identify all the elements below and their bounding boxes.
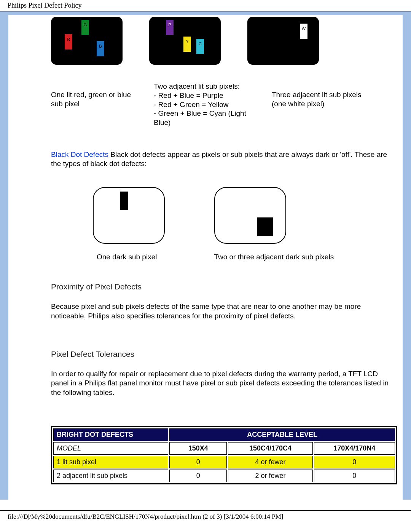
panel-pyc: P Y C	[149, 17, 221, 65]
dark-defect-captions: One dark sub pixel Two or three adjacent…	[97, 253, 397, 261]
subpixel-green: G	[81, 20, 89, 35]
cell-r0-v0: 0	[169, 456, 227, 468]
bright-defect-illustrations: G R B P Y C W	[51, 15, 397, 65]
heading-tolerances: Pixel Defect Tolerances	[51, 350, 397, 359]
footer-path: file:///D|/My%20documents/dfu/B2C/ENGLIS…	[0, 510, 411, 525]
cell-model-0: 150X4	[169, 442, 227, 455]
page-background: G R B P Y C W One lit red, green or blue…	[0, 11, 411, 500]
caption-rgb: One lit red, green or blue sub pixel	[51, 82, 142, 127]
dark-subpixel-multi	[257, 217, 273, 236]
black-dot-term: Black Dot Defects	[51, 150, 108, 158]
cell-r1-v0: 0	[169, 470, 227, 482]
caption-white-l2: (one white pixel)	[272, 100, 324, 108]
subpixel-white: W	[300, 24, 307, 39]
cell-r1-v1: 2 or fewer	[228, 470, 312, 482]
table-row: BRIGHT DOT DEFECTS ACCEPTABLE LEVEL	[53, 428, 395, 441]
panel-rgb: G R B	[51, 17, 123, 65]
caption-pyc: Two adjacent lit sub pixels: - Red + Blu…	[154, 82, 260, 127]
subpixel-purple: P	[166, 20, 174, 35]
caption-one-dark: One dark sub pixel	[97, 253, 157, 261]
content-area: G R B P Y C W One lit red, green or blue…	[51, 15, 397, 484]
cell-model-1: 150C4/170C4	[228, 442, 312, 455]
cell-r1-label: 2 adjacent lit sub pixels	[53, 470, 168, 482]
bright-defect-captions: One lit red, green or blue sub pixel Two…	[51, 82, 397, 127]
dark-defect-illustrations	[93, 187, 397, 244]
panel-multi-dark	[214, 187, 286, 244]
page-header-title: Philips Pixel Defect Policy	[0, 0, 411, 11]
panel-white: W	[247, 17, 319, 65]
th-bright-defects: BRIGHT DOT DEFECTS	[53, 428, 168, 441]
panel-one-dark	[93, 187, 165, 244]
caption-pyc-l4: - Green + Blue = Cyan (Light Blue)	[154, 109, 246, 126]
cell-model-2: 170X4/170N4	[314, 442, 395, 455]
subpixel-blue: B	[97, 41, 104, 56]
caption-multi-dark: Two or three adjacent dark sub pixels	[214, 253, 334, 261]
body-tolerances: In order to qualify for repair or replac…	[51, 369, 397, 398]
dark-subpixel-single	[120, 192, 128, 210]
cell-model-label: MODEL	[53, 442, 168, 455]
cell-r0-v1: 4 or fewer	[228, 456, 312, 468]
caption-pyc-l3: - Red + Green = Yellow	[154, 101, 228, 109]
body-proximity: Because pixel and sub pixels defects of …	[51, 302, 397, 321]
cell-r0-v2: 0	[314, 456, 395, 468]
heading-proximity: Proximity of Pixel Defects	[51, 282, 397, 291]
subpixel-red: R	[65, 34, 72, 50]
caption-white: Three adjacent lit sub pixels (one white…	[272, 82, 371, 127]
caption-pyc-l1: Two adjacent lit sub pixels:	[154, 82, 240, 90]
page-inner: G R B P Y C W One lit red, green or blue…	[8, 15, 403, 500]
cell-r0-label: 1 lit sub pixel	[53, 456, 168, 468]
th-acceptable: ACCEPTABLE LEVEL	[169, 428, 395, 441]
subpixel-yellow: Y	[183, 37, 191, 52]
tolerance-table: BRIGHT DOT DEFECTS ACCEPTABLE LEVEL MODE…	[51, 426, 397, 484]
table-row: 1 lit sub pixel 0 4 or fewer 0	[53, 456, 395, 468]
black-dot-paragraph: Black Dot Defects Black dot defects appe…	[51, 150, 397, 168]
subpixel-cyan: C	[196, 39, 204, 54]
table-row: MODEL 150X4 150C4/170C4 170X4/170N4	[53, 442, 395, 455]
caption-white-l1: Three adjacent lit sub pixels	[272, 91, 362, 99]
cell-r1-v2: 0	[314, 470, 395, 482]
table-row: 2 adjacent lit sub pixels 0 2 or fewer 0	[53, 470, 395, 482]
caption-pyc-l2: - Red + Blue = Purple	[154, 91, 223, 99]
